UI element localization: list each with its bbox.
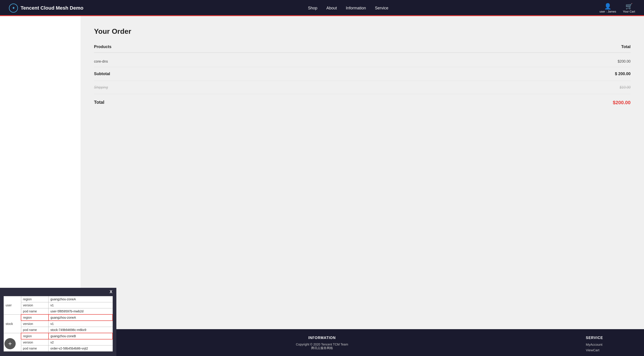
product-price: $200.00 — [618, 59, 630, 63]
order-table-header: Products Total — [94, 42, 630, 53]
cart-icon: 🛒 — [626, 3, 632, 10]
footer-sub-text: 腾讯云服务网格 — [72, 346, 572, 350]
product-name: core-dns — [94, 59, 108, 63]
footer-myaccount[interactable]: MyAccount — [586, 343, 630, 347]
footer-center: INFORMATION Copyright © 2020 Tencent TCM… — [72, 336, 572, 350]
shipping-row: Shipping $10.00 — [94, 81, 630, 94]
cart-area[interactable]: 🛒 Your Cart — [623, 3, 635, 13]
popup-close-button[interactable]: X — [108, 289, 114, 295]
nav-about[interactable]: About — [326, 6, 337, 10]
footer-service-heading: SERVICE — [586, 336, 630, 340]
user-area[interactable]: 👤 user : James — [600, 3, 616, 13]
main-content: Your Order Products Total core-dns $200.… — [0, 16, 644, 329]
section-user: user — [4, 296, 21, 315]
nav-shop[interactable]: Shop — [308, 6, 317, 10]
nav-service[interactable]: Service — [375, 6, 388, 10]
sidebar — [0, 16, 80, 329]
shipping-label: Shipping — [94, 85, 108, 89]
footer-right: SERVICE MyAccount ViewCart — [586, 336, 630, 354]
header: ✦ Tencent Cloud Mesh Demo Shop About Inf… — [0, 0, 644, 16]
header-right: 👤 user : James 🛒 Your Cart — [600, 3, 635, 13]
order-product-row: core-dns $200.00 — [94, 56, 630, 67]
user-icon: 👤 — [604, 3, 611, 10]
table-row: user region guangzhou-zoneA — [4, 296, 113, 302]
popup-header: X — [0, 288, 116, 296]
fab-button[interactable]: + — [4, 338, 16, 349]
footer-copyright: Copyright © 2020 Tencent TCM Team — [72, 343, 572, 346]
cart-label: Your Cart — [623, 10, 635, 13]
popup-overlay: X user region guangzhou-zoneA version v1… — [0, 288, 116, 356]
nav-information[interactable]: Information — [346, 6, 366, 10]
total-row: Total $200.00 — [94, 94, 630, 111]
info-table: user region guangzhou-zoneA version v1 p… — [4, 296, 113, 352]
table-row: stock region guangzhou-zoneA — [4, 315, 113, 321]
footer-info-heading: INFORMATION — [72, 336, 572, 340]
main-nav: Shop About Information Service — [97, 6, 600, 10]
section-stock: stock — [4, 315, 21, 333]
site-title: Tencent Cloud Mesh Demo — [20, 5, 84, 11]
logo-icon: ✦ — [9, 3, 18, 12]
footer-viewcart[interactable]: ViewCart — [586, 348, 630, 352]
logo-area: ✦ Tencent Cloud Mesh Demo — [9, 3, 84, 12]
shipping-value: $10.00 — [620, 85, 630, 89]
user-label: user : James — [600, 10, 616, 13]
total-label: Total — [94, 100, 104, 105]
order-section: Your Order Products Total core-dns $200.… — [80, 16, 644, 329]
subtotal-row: Subtotal $ 200.00 — [94, 67, 630, 81]
subtotal-value: $ 200.00 — [615, 71, 630, 76]
subtotal-label: Subtotal — [94, 71, 110, 76]
col-total: Total — [621, 44, 630, 49]
order-title: Your Order — [94, 27, 630, 35]
total-value: $200.00 — [613, 100, 630, 105]
popup-body: user region guangzhou-zoneA version v1 p… — [0, 296, 116, 354]
table-row: order region guangzhou-zoneB — [4, 333, 113, 339]
col-products: Products — [94, 44, 112, 49]
